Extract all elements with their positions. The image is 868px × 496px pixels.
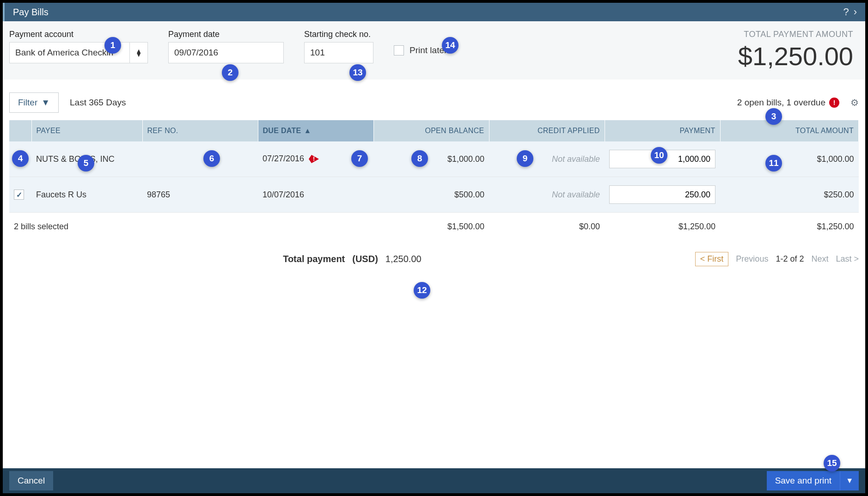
cell-ref: 98765 [142, 177, 258, 213]
payment-date-field: Payment date 09/07/2016 [168, 30, 284, 63]
payment-input[interactable] [609, 185, 715, 204]
window-title: Pay Bills [13, 7, 49, 18]
sort-asc-icon: ▲ [304, 127, 312, 135]
filter-bar: Filter ▼ Last 365 Days 2 open bills, 1 o… [9, 80, 859, 120]
annotation-marker: 9 [517, 150, 533, 167]
print-later-field: Print later [394, 45, 447, 55]
cell-open-balance: $1,000.00 [373, 141, 489, 177]
title-bar: Pay Bills ? › [3, 3, 865, 21]
column-open-balance[interactable]: OPEN BALANCE [373, 120, 489, 141]
footer-bar: Cancel Save and print ▼ [3, 468, 865, 493]
payment-account-label: Payment account [9, 30, 148, 39]
print-later-label: Print later [410, 45, 447, 55]
total-payment-amount: $1,250.00 [738, 41, 853, 71]
select-arrows-icon: ▲▼ [129, 43, 142, 63]
annotation-marker: 12 [414, 282, 430, 299]
help-icon[interactable]: ? [843, 6, 849, 18]
total-payment-label: TOTAL PAYMENT AMOUNT [738, 30, 853, 39]
cell-ref [142, 141, 258, 177]
column-credit-applied[interactable]: CREDIT APPLIED [489, 120, 605, 141]
pager-range: 1-2 of 2 [776, 254, 804, 264]
pager-prev[interactable]: Previous [736, 254, 768, 264]
annotation-marker: 2 [222, 64, 238, 81]
column-select-all[interactable] [9, 120, 31, 141]
cell-total-amount: $250.00 [720, 177, 859, 213]
below-bar: Total payment (USD) 1,250.00 < First Pre… [9, 240, 859, 278]
summary-payment: $1,250.00 [605, 213, 720, 240]
table-row: ✓Faucets R Us9876510/07/2016$500.00Not a… [9, 177, 859, 213]
annotation-marker: 13 [349, 64, 366, 81]
summary-total: $1,250.00 [720, 213, 859, 240]
filter-range-text: Last 365 Days [70, 98, 126, 108]
column-payee[interactable]: PAYEE [31, 120, 142, 141]
check-no-label: Starting check no. [304, 30, 373, 39]
annotation-marker: 6 [203, 150, 220, 167]
bills-table: PAYEE REF NO. DUE DATE▲ OPEN BALANCE CRE… [9, 120, 859, 240]
annotation-marker: 8 [411, 150, 428, 167]
cell-credit-applied: Not available [489, 141, 605, 177]
overdue-badge-icon: ! [829, 98, 839, 108]
pagination: < First Previous 1-2 of 2 Next Last > [695, 252, 859, 266]
summary-row: 2 bills selected $1,500.00 $0.00 $1,250.… [9, 213, 859, 240]
cell-due-date: 10/07/2016 [258, 177, 373, 213]
annotation-marker: 5 [78, 155, 94, 171]
total-payment-block: TOTAL PAYMENT AMOUNT $1,250.00 [738, 30, 859, 71]
summary-selected: 2 bills selected [9, 213, 258, 240]
expand-icon[interactable]: › [854, 6, 857, 18]
payment-account-value: Bank of America Checkin [15, 48, 113, 58]
payment-header: Payment account Bank of America Checkin … [3, 21, 865, 80]
annotation-marker: 10 [651, 147, 667, 164]
check-no-input[interactable]: 101 [304, 42, 373, 63]
print-later-checkbox[interactable] [394, 45, 404, 55]
filter-button[interactable]: Filter ▼ [9, 92, 59, 113]
cell-open-balance: $500.00 [373, 177, 489, 213]
column-ref-no[interactable]: REF NO. [142, 120, 258, 141]
chevron-down-icon: ▼ [41, 98, 50, 108]
column-payment[interactable]: PAYMENT [605, 120, 720, 141]
column-total-amount[interactable]: TOTAL AMOUNT [720, 120, 859, 141]
pager-first[interactable]: < First [695, 252, 729, 266]
save-dropdown-caret[interactable]: ▼ [840, 471, 859, 490]
save-and-print-button[interactable]: Save and print [767, 471, 840, 490]
cell-payee: Faucets R Us [31, 177, 142, 213]
total-payment-line: Total payment (USD) 1,250.00 [283, 254, 422, 264]
annotation-marker: 4 [12, 150, 29, 167]
summary-open-balance: $1,500.00 [373, 213, 489, 240]
annotation-marker: 15 [824, 455, 840, 472]
payment-date-label: Payment date [168, 30, 284, 39]
table-row: ✓NUTS & BOLTS, INC07/27/2016!$1,000.00No… [9, 141, 859, 177]
annotation-marker: 14 [442, 37, 458, 54]
payment-account-field: Payment account Bank of America Checkin … [9, 30, 148, 63]
cell-credit-applied: Not available [489, 177, 605, 213]
column-due-date[interactable]: DUE DATE▲ [258, 120, 373, 141]
summary-credit: $0.00 [489, 213, 605, 240]
cell-total-amount: $1,000.00 [720, 141, 859, 177]
pager-last[interactable]: Last > [836, 254, 859, 264]
row-checkbox[interactable]: ✓ [14, 190, 24, 200]
annotation-marker: 1 [104, 37, 121, 54]
cancel-button[interactable]: Cancel [9, 471, 53, 490]
pager-next[interactable]: Next [811, 254, 828, 264]
annotation-marker: 11 [765, 155, 782, 171]
annotation-marker: 7 [351, 150, 368, 167]
bills-status: 2 open bills, 1 overdue ! [737, 98, 839, 108]
check-no-field: Starting check no. 101 [304, 30, 373, 63]
gear-icon[interactable]: ⚙ [850, 97, 859, 108]
overdue-flag-icon: ! [309, 154, 319, 164]
annotation-marker: 3 [765, 108, 782, 125]
svg-text:!: ! [313, 155, 315, 162]
payment-account-select[interactable]: Bank of America Checkin ▲▼ [9, 42, 148, 63]
payment-date-input[interactable]: 09/07/2016 [168, 42, 284, 63]
